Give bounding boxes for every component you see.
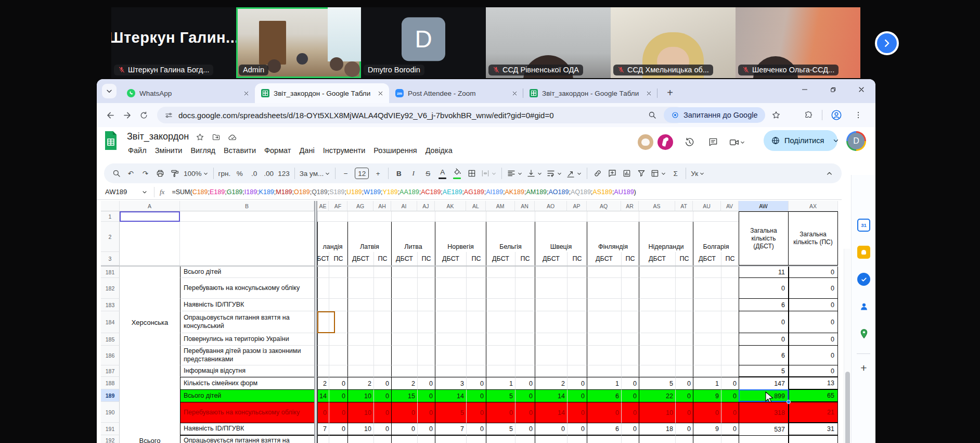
cell-dbst[interactable] <box>639 435 675 443</box>
extensions-icon[interactable] <box>800 107 817 123</box>
cell-dbst[interactable] <box>693 333 721 346</box>
cell-ps[interactable] <box>466 278 486 299</box>
cell-ps[interactable] <box>515 333 535 346</box>
cell-ps[interactable] <box>417 311 435 333</box>
cell-dbst[interactable] <box>435 267 466 278</box>
cell-ps[interactable]: 0 <box>721 377 739 389</box>
row-header[interactable]: 187 <box>101 365 120 377</box>
cell[interactable] <box>180 222 314 252</box>
cell-dbst[interactable] <box>535 346 567 365</box>
formula-text[interactable]: =SUM(C189;E189;G189;I189;K189;M189;O189;… <box>172 188 636 196</box>
cell-ps[interactable] <box>515 267 535 278</box>
address-bar[interactable]: docs.google.com/spreadsheets/d/18-OYt5XL… <box>157 107 685 123</box>
cell-ps[interactable] <box>466 299 486 311</box>
cell-ps[interactable]: 0 <box>515 402 535 423</box>
cell-dbst[interactable]: 10 <box>347 402 373 423</box>
insert-chart-button[interactable] <box>620 166 634 181</box>
cell-dbst[interactable]: 10 <box>347 423 373 435</box>
row-label[interactable]: Перебування дітей разом із законними пре… <box>180 346 314 365</box>
cell-dbst[interactable]: 9 <box>693 389 721 402</box>
row-header[interactable]: 181 <box>101 267 120 278</box>
cell-ps[interactable]: 0 <box>329 402 347 423</box>
cell-dbst[interactable] <box>347 311 373 333</box>
row-label[interactable]: Опрацьовується питання взяття на <box>180 435 314 443</box>
column-header[interactable]: AP <box>567 201 587 211</box>
browser-tab[interactable]: WhatsApp <box>121 83 255 103</box>
cell-ps[interactable] <box>721 278 739 299</box>
tab-close-icon[interactable] <box>377 90 384 97</box>
cell-ps[interactable]: 0 <box>567 423 587 435</box>
cell-ps[interactable]: 0 <box>675 389 693 402</box>
cell-dbst[interactable]: 0 <box>486 402 515 423</box>
cell-ps[interactable]: 0 <box>373 402 391 423</box>
cell-colA[interactable] <box>120 278 180 299</box>
cell-colA[interactable] <box>120 377 180 389</box>
column-header[interactable]: AG <box>347 201 373 211</box>
cell-ps[interactable] <box>417 346 435 365</box>
cell-ps[interactable] <box>373 278 391 299</box>
cell-dbst[interactable]: 6 <box>587 423 621 435</box>
cell-ps[interactable] <box>567 365 587 377</box>
row-label[interactable]: Перебувають на консульському обліку <box>180 278 314 299</box>
cell-ps[interactable] <box>373 267 391 278</box>
back-button[interactable] <box>102 107 119 123</box>
cell-dbst[interactable]: 5 <box>639 377 675 389</box>
cell-dbst[interactable]: 1 <box>486 377 515 389</box>
cell-dbst[interactable] <box>693 346 721 365</box>
row-header[interactable]: 184 <box>101 311 120 333</box>
font-select-button[interactable]: За ум... <box>298 166 332 181</box>
cell-total-ps[interactable]: 21 <box>789 402 838 423</box>
cell-dbst[interactable]: 2 <box>535 377 567 389</box>
column-header[interactable]: AH <box>373 201 391 211</box>
cell-ps[interactable] <box>466 333 486 346</box>
cell-ps[interactable] <box>417 435 435 443</box>
zoom-select-button[interactable]: 100% <box>182 166 210 181</box>
cell-dbst[interactable]: 7 <box>317 423 329 435</box>
cell-ps[interactable] <box>373 365 391 377</box>
cell-dbst[interactable] <box>639 299 675 311</box>
tab-close-icon[interactable] <box>646 90 652 97</box>
cell-ps[interactable] <box>417 365 435 377</box>
print-button[interactable] <box>153 166 167 181</box>
browser-tab[interactable]: Звіт_закордон - Google Табли <box>255 83 389 103</box>
cell-dbst[interactable] <box>486 299 515 311</box>
cell-ps[interactable] <box>329 278 347 299</box>
cell-ps[interactable]: 0 <box>675 423 693 435</box>
column-header[interactable]: AR <box>621 201 639 211</box>
cell-ps[interactable] <box>621 267 639 278</box>
cell-dbst[interactable] <box>435 311 466 333</box>
cell-dbst[interactable] <box>486 435 515 443</box>
window-close-button[interactable] <box>851 79 872 100</box>
cell[interactable] <box>587 211 639 222</box>
browser-menu-icon[interactable] <box>850 107 867 123</box>
cell-ps[interactable] <box>329 346 347 365</box>
create-filter-button[interactable] <box>634 166 648 181</box>
cell-ps[interactable] <box>515 278 535 299</box>
document-title[interactable]: Звіт_закордон <box>127 131 189 142</box>
cell-dbst[interactable]: 10 <box>639 402 675 423</box>
participant-tile[interactable]: DDmytro Borodin <box>361 7 486 78</box>
cell-ps[interactable] <box>466 435 486 443</box>
cell-colA[interactable] <box>120 389 180 402</box>
ask-google-button[interactable]: Запитання до Google <box>664 107 765 123</box>
cell-dbst[interactable] <box>535 311 567 333</box>
column-header[interactable]: AT <box>675 201 693 211</box>
menu-item-Довідка[interactable]: Довідка <box>421 145 457 156</box>
row-header[interactable]: 182 <box>101 278 120 299</box>
cell-total-dbst[interactable]: 0 <box>739 278 789 299</box>
cell-dbst[interactable] <box>486 333 515 346</box>
column-header[interactable]: AX <box>789 201 838 211</box>
extension-bear-icon[interactable] <box>638 134 653 150</box>
cell-dbst[interactable] <box>639 365 675 377</box>
cell-ps[interactable] <box>466 311 486 333</box>
cell-dbst[interactable] <box>391 278 417 299</box>
row-label[interactable]: Наявність ID/ПГУВК <box>180 299 314 311</box>
cell-total-dbst[interactable]: 6 <box>739 346 789 365</box>
name-box[interactable]: AW189 <box>97 188 141 196</box>
column-header[interactable]: AL <box>466 201 486 211</box>
cell-ps[interactable]: 0 <box>515 389 535 402</box>
row-label[interactable]: Повернулись на територію України <box>180 333 314 346</box>
toolbar-collapse-button[interactable] <box>822 166 836 181</box>
scrollbar-thumb[interactable] <box>845 372 850 443</box>
cell-total-ps[interactable]: 31 <box>789 423 838 435</box>
